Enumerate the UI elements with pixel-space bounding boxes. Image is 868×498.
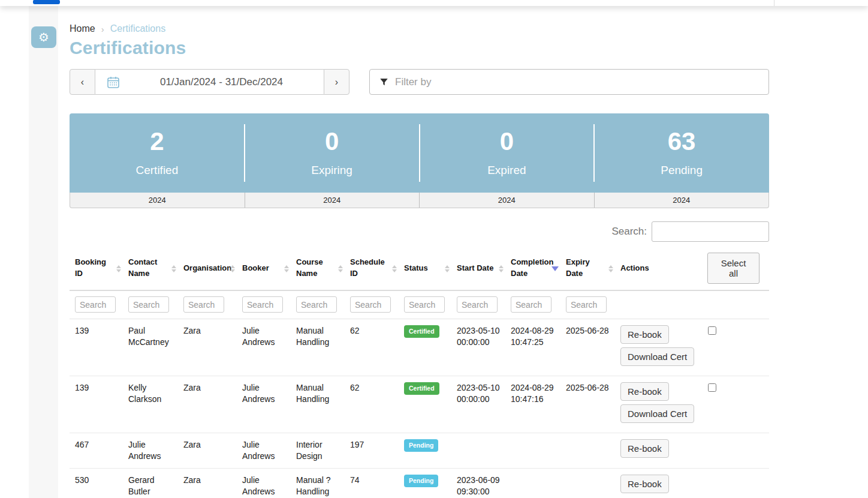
cell-actions: Re-bookDownload Cert [615, 376, 703, 433]
column-search-input[interactable] [350, 296, 391, 313]
cell-actions: Re-book [615, 468, 703, 498]
sort-icon [230, 265, 235, 272]
sort-up-icon [171, 265, 176, 268]
column-search-input[interactable] [566, 296, 607, 313]
column-header-label: Booking ID [75, 257, 106, 278]
column-search-input[interactable] [128, 296, 169, 313]
column-header-booker[interactable]: Booker [237, 248, 291, 290]
column-search-input[interactable] [296, 296, 337, 313]
date-next-button[interactable]: › [324, 69, 349, 95]
table-search-input[interactable] [652, 221, 769, 242]
cell-organisation: Zara [178, 376, 237, 433]
cell-start-date: 2023-05-10 00:00:00 [451, 376, 505, 433]
column-header-course-name[interactable]: Course Name [291, 248, 345, 290]
stat-pending: 63Pending [594, 113, 769, 193]
stat-expiring: 0Expiring [245, 113, 420, 193]
stat-label: Certified [136, 164, 179, 177]
column-search-input[interactable] [404, 296, 445, 313]
column-header-label: Booker [242, 263, 269, 272]
select-all-button[interactable]: Select all [707, 253, 760, 284]
topbar-divider [774, 0, 774, 6]
cell-contact-name: Kelly Clarkson [123, 376, 178, 433]
column-header-start-date[interactable]: Start Date [451, 248, 505, 290]
sort-down-icon [445, 269, 450, 272]
column-header-label: Organisation [183, 263, 231, 272]
sort-icon [116, 265, 121, 272]
column-header-booking-id[interactable]: Booking ID [70, 248, 123, 290]
column-header-label: Course Name [296, 257, 323, 278]
stat-value: 0 [325, 129, 339, 154]
sort-up-icon [116, 265, 121, 268]
column-search-input[interactable] [183, 296, 224, 313]
date-range-text: 01/Jan/2024 - 31/Dec/2024 [119, 76, 324, 88]
column-header-label: Status [404, 263, 428, 272]
table-row: 139Paul McCartneyZaraJulie AndrewsManual… [70, 319, 769, 376]
column-search-cell [178, 290, 237, 319]
stat-label: Expired [487, 164, 526, 177]
column-search-input[interactable] [457, 296, 498, 313]
sort-desc-icon [551, 266, 559, 271]
cell-select [703, 319, 769, 376]
cell-expiry-date: 2025-06-28 [560, 376, 615, 433]
column-header-actions: Actions [615, 248, 703, 290]
stat-label: Expiring [311, 164, 352, 177]
download-cert-button[interactable]: Download Cert [620, 347, 694, 366]
date-prev-button[interactable]: ‹ [70, 69, 95, 95]
sort-up-icon [230, 265, 235, 268]
breadcrumb-home-link[interactable]: Home [70, 23, 95, 34]
sort-down-icon [338, 269, 343, 272]
column-search-input[interactable] [75, 296, 116, 313]
sort-up-icon [499, 265, 504, 268]
column-header-contact-name[interactable]: Contact Name [123, 248, 178, 290]
column-search-input[interactable] [511, 296, 551, 313]
column-search-cell [237, 290, 291, 319]
sort-down-icon [392, 269, 397, 272]
cell-organisation: Zara [178, 468, 237, 498]
re-book-button[interactable]: Re-book [620, 382, 669, 401]
cell-select [703, 433, 769, 469]
cell-schedule-id: 62 [345, 376, 399, 433]
filter-input[interactable] [369, 69, 769, 95]
table-search: Search: [70, 221, 769, 242]
column-header-label: Schedule ID [350, 257, 385, 278]
gear-icon[interactable]: ⚙ [31, 26, 56, 48]
cell-booking-id: 467 [70, 433, 123, 469]
stat-certified: 2Certified [70, 113, 245, 193]
column-header-expiry-date[interactable]: Expiry Date [560, 248, 615, 290]
row-checkbox[interactable] [708, 326, 716, 335]
sort-icon [171, 265, 176, 272]
cell-booker: Julie Andrews [237, 468, 291, 498]
chevron-right-icon: › [101, 24, 104, 34]
column-header-status[interactable]: Status [399, 248, 451, 290]
download-cert-button[interactable]: Download Cert [620, 404, 694, 423]
sort-icon [445, 265, 450, 272]
controls-row: ‹ 01/Jan/ [70, 69, 769, 95]
topbar-accent-tab[interactable] [33, 0, 60, 4]
status-badge: Pending [404, 439, 438, 452]
cell-select [703, 376, 769, 433]
re-book-button[interactable]: Re-book [620, 439, 669, 458]
date-range-display[interactable]: 01/Jan/2024 - 31/Dec/2024 [95, 69, 324, 95]
sort-icon [392, 265, 397, 272]
sort-icon [608, 265, 613, 272]
cell-course-name: Manual ? Handling [291, 468, 345, 498]
stat-year: 2024 [70, 193, 245, 208]
status-badge: Certified [404, 382, 439, 395]
column-search-cell [703, 290, 769, 319]
table-row: 530Gerard ButlerZaraJulie AndrewsManual … [70, 468, 769, 498]
stats-bar: 2Certified0Expiring0Expired63Pending [70, 113, 769, 193]
column-search-input[interactable] [242, 296, 283, 313]
table-header-row: Booking IDContact NameOrganisationBooker… [70, 248, 769, 290]
re-book-button[interactable]: Re-book [620, 475, 669, 493]
cell-booker: Julie Andrews [237, 433, 291, 469]
column-header-organisation[interactable]: Organisation [178, 248, 237, 290]
stat-label: Pending [661, 164, 703, 177]
row-checkbox[interactable] [708, 383, 716, 392]
cell-contact-name: Julie Andrews [123, 433, 178, 469]
cell-course-name: Manual Handling [291, 376, 345, 433]
column-search-cell [70, 290, 123, 319]
re-book-button[interactable]: Re-book [620, 325, 669, 344]
column-header-completion-date[interactable]: Completion Date [505, 248, 560, 290]
column-header-schedule-id[interactable]: Schedule ID [345, 248, 399, 290]
sort-up-icon [338, 265, 343, 268]
